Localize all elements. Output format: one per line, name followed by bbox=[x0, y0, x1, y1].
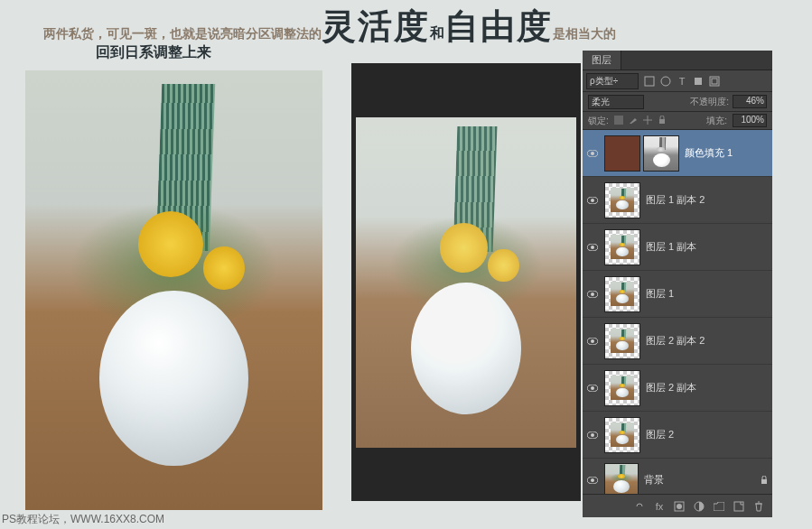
layers-panel: 图层 ρ 类型 ÷ T 柔光 不透明度: 46% 锁定: 填充: 100% 颜色… bbox=[583, 51, 772, 517]
link-layers-icon[interactable] bbox=[633, 500, 646, 513]
layer-row[interactable]: 图层 2 bbox=[583, 412, 772, 459]
photoshop-canvas[interactable] bbox=[351, 63, 581, 501]
layer-row[interactable]: 图层 1 副本 2 bbox=[583, 177, 772, 224]
lock-icon bbox=[760, 476, 769, 485]
layers-list: 颜色填充 1图层 1 副本 2图层 1 副本图层 1图层 2 副本 2图层 2 … bbox=[583, 130, 772, 494]
svg-rect-4 bbox=[712, 79, 717, 84]
svg-rect-2 bbox=[695, 78, 702, 85]
svg-point-22 bbox=[591, 478, 594, 482]
subheading: 回到日系调整上来 bbox=[96, 43, 211, 62]
layer-name[interactable]: 图层 2 bbox=[646, 428, 769, 441]
visibility-eye-icon[interactable] bbox=[586, 288, 599, 301]
svg-point-20 bbox=[591, 433, 594, 437]
filter-shape-icon[interactable] bbox=[691, 74, 705, 88]
svg-point-8 bbox=[591, 152, 594, 155]
svg-point-1 bbox=[661, 77, 670, 86]
layer-thumbnail[interactable] bbox=[604, 135, 640, 172]
panel-filter-toolbar: ρ 类型 ÷ T bbox=[583, 70, 772, 92]
lock-transparent-icon[interactable] bbox=[614, 116, 625, 126]
layer-name[interactable]: 图层 1 bbox=[646, 287, 769, 301]
layer-row[interactable]: 图层 1 bbox=[583, 271, 772, 318]
layer-thumbnail[interactable] bbox=[604, 370, 640, 406]
panel-tabs: 图层 bbox=[583, 51, 772, 70]
visibility-eye-icon[interactable] bbox=[586, 335, 599, 348]
add-adjustment-icon[interactable] bbox=[693, 500, 705, 513]
layer-row[interactable]: 颜色填充 1 bbox=[583, 130, 772, 177]
footer-watermark: PS教程论坛，WWW.16XX8.COM bbox=[2, 512, 164, 527]
panel-bottom-toolbar: fx bbox=[583, 494, 772, 517]
svg-point-25 bbox=[677, 504, 682, 509]
svg-point-10 bbox=[591, 199, 594, 202]
heading-big2: 自由度 bbox=[444, 4, 553, 50]
layer-name[interactable]: 图层 1 副本 2 bbox=[646, 193, 769, 207]
layer-name[interactable]: 图层 2 副本 2 bbox=[646, 334, 769, 348]
svg-rect-23 bbox=[761, 479, 767, 484]
layer-thumbnail[interactable] bbox=[604, 417, 640, 453]
layer-thumbnail[interactable] bbox=[604, 182, 640, 218]
add-mask-icon[interactable] bbox=[673, 500, 686, 513]
layer-row[interactable]: 图层 1 副本 bbox=[583, 224, 772, 271]
lock-brush-icon[interactable] bbox=[629, 116, 639, 126]
layer-thumbnail[interactable] bbox=[604, 463, 639, 495]
filter-type-icon[interactable]: T bbox=[675, 74, 689, 88]
svg-point-16 bbox=[591, 339, 594, 343]
tab-layers[interactable]: 图层 bbox=[583, 51, 621, 70]
svg-point-18 bbox=[591, 386, 594, 390]
heading-prefix: 两件私货，可见一斑，也就是说亮暗分区调整法的 bbox=[43, 26, 322, 42]
visibility-eye-icon[interactable] bbox=[586, 147, 599, 160]
layer-thumbnail[interactable] bbox=[604, 276, 640, 312]
opacity-input[interactable]: 46% bbox=[733, 95, 767, 108]
lock-move-icon[interactable] bbox=[643, 116, 654, 126]
layer-mask-thumbnail[interactable] bbox=[643, 135, 679, 172]
filter-adjust-icon[interactable] bbox=[658, 74, 673, 88]
edited-photo bbox=[356, 117, 576, 448]
svg-point-14 bbox=[591, 292, 594, 296]
lock-label: 锁定: bbox=[588, 115, 609, 127]
heading-big1: 灵活度 bbox=[322, 4, 430, 50]
filter-kind-select[interactable]: ρ 类型 ÷ bbox=[586, 73, 639, 89]
fill-label: 填充: bbox=[706, 115, 727, 127]
visibility-eye-icon[interactable] bbox=[586, 382, 599, 394]
layer-row[interactable]: 背景 bbox=[583, 459, 772, 494]
fill-input[interactable]: 100% bbox=[733, 114, 767, 127]
filter-pixel-icon[interactable] bbox=[642, 74, 657, 88]
layer-fx-icon[interactable]: fx bbox=[653, 500, 666, 513]
heading-suffix: 是相当大的 bbox=[553, 26, 616, 42]
visibility-eye-icon[interactable] bbox=[586, 241, 599, 254]
layer-thumbnail[interactable] bbox=[604, 323, 640, 359]
visibility-eye-icon[interactable] bbox=[586, 429, 599, 441]
layer-name[interactable]: 颜色填充 1 bbox=[685, 146, 769, 160]
lock-all-icon[interactable] bbox=[658, 116, 668, 126]
layer-row[interactable]: 图层 2 副本 bbox=[583, 365, 772, 412]
layer-row[interactable]: 图层 2 副本 2 bbox=[583, 318, 772, 365]
new-group-icon[interactable] bbox=[713, 500, 725, 513]
delete-layer-icon[interactable] bbox=[752, 500, 765, 513]
layer-name[interactable]: 背景 bbox=[644, 473, 754, 487]
visibility-eye-icon[interactable] bbox=[586, 194, 599, 207]
opacity-label: 不透明度: bbox=[690, 96, 729, 108]
layer-name[interactable]: 图层 2 副本 bbox=[646, 381, 769, 394]
new-layer-icon[interactable] bbox=[733, 500, 745, 513]
original-photo bbox=[25, 70, 322, 510]
visibility-eye-icon[interactable] bbox=[586, 474, 599, 487]
panel-lock-row: 锁定: 填充: 100% bbox=[583, 112, 772, 130]
svg-rect-27 bbox=[734, 502, 743, 511]
svg-rect-5 bbox=[614, 116, 623, 125]
blend-mode-select[interactable]: 柔光 bbox=[588, 95, 644, 109]
heading-and: 和 bbox=[430, 24, 444, 43]
filter-smart-icon[interactable] bbox=[707, 74, 722, 88]
layer-thumbnail[interactable] bbox=[604, 229, 640, 265]
panel-blend-row: 柔光 不透明度: 46% bbox=[583, 92, 772, 112]
svg-point-12 bbox=[591, 246, 594, 249]
svg-rect-6 bbox=[659, 119, 665, 124]
layer-name[interactable]: 图层 1 副本 bbox=[646, 240, 769, 254]
svg-rect-0 bbox=[645, 77, 654, 86]
